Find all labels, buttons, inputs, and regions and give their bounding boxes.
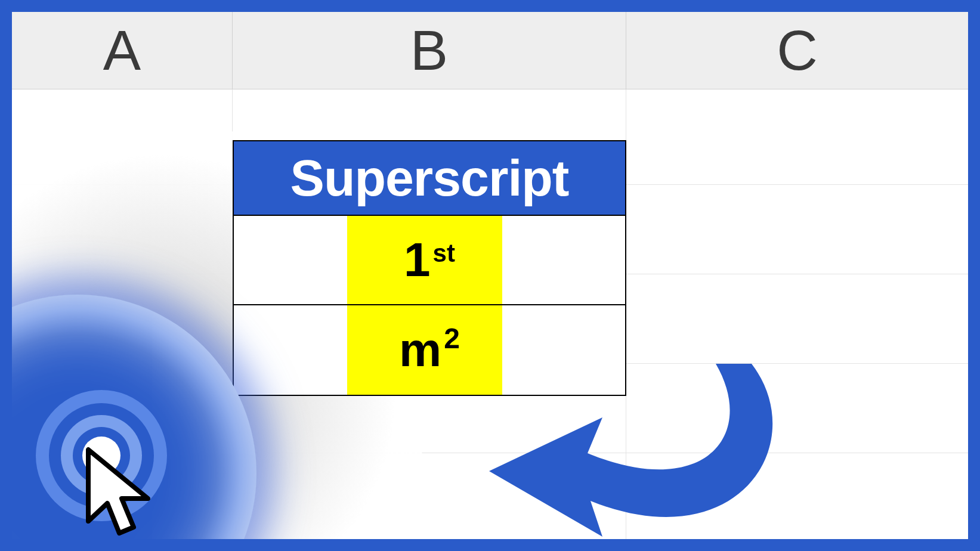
cursor-icon bbox=[82, 444, 172, 539]
superscript-row-1[interactable]: 1 st bbox=[234, 216, 625, 305]
outer-frame: A B C bbox=[0, 0, 980, 551]
value-2-base: m bbox=[399, 323, 441, 377]
grid-area: Superscript 1 st m 2 bbox=[12, 89, 968, 539]
value-1-sup: st bbox=[433, 239, 455, 268]
value-1-base: 1 bbox=[404, 233, 431, 287]
superscript-table-header[interactable]: Superscript bbox=[234, 141, 625, 216]
column-header-row: A B C bbox=[12, 12, 968, 89]
value-2-sup: 2 bbox=[444, 322, 460, 355]
spreadsheet-canvas: A B C bbox=[12, 12, 968, 539]
value-1st: 1 st bbox=[404, 233, 455, 287]
curved-arrow-icon bbox=[477, 346, 787, 539]
value-m2: m 2 bbox=[399, 323, 460, 377]
cell-c1[interactable] bbox=[626, 89, 968, 184]
cell-c2[interactable] bbox=[626, 185, 968, 274]
cell-a2[interactable] bbox=[12, 185, 233, 274]
column-header-c[interactable]: C bbox=[626, 12, 968, 89]
column-header-a[interactable]: A bbox=[12, 12, 233, 89]
cell-a1[interactable] bbox=[12, 89, 233, 184]
column-header-b[interactable]: B bbox=[233, 12, 626, 89]
